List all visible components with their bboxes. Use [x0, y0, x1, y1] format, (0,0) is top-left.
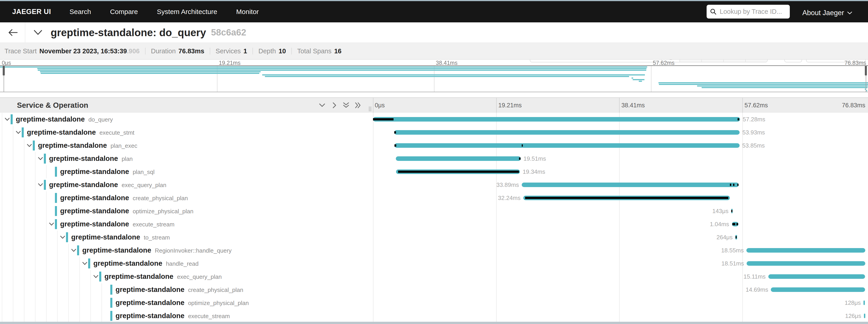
- span-duration-label: 19.51ms: [524, 152, 546, 165]
- indent-guide: [35, 191, 35, 204]
- back-button[interactable]: [8, 22, 18, 42]
- minimap-left-scrubber-handle[interactable]: [3, 66, 5, 75]
- span-row[interactable]: greptime-standalonedo_query57.28ms: [0, 113, 868, 126]
- span-duration-bar[interactable]: [747, 261, 865, 266]
- span-duration-label: 128μs: [845, 296, 861, 309]
- indent-guide: [35, 283, 35, 296]
- span-children-toggle[interactable]: [38, 157, 43, 160]
- collapse-one-button[interactable]: [318, 102, 326, 109]
- nav-item-compare[interactable]: Compare: [101, 8, 147, 15]
- expand-one-button[interactable]: [331, 102, 338, 109]
- about-jaeger-menu[interactable]: About Jaeger: [802, 2, 852, 24]
- span-row[interactable]: greptime-standaloneexec_query_plan15.11m…: [0, 270, 868, 283]
- nav-item-system-architecture[interactable]: System Architecture: [147, 8, 227, 15]
- span-row[interactable]: greptime-standaloneexecute_stream1.04ms: [0, 218, 868, 231]
- span-bar-area: 14.69ms: [373, 283, 865, 296]
- span-log-marker[interactable]: [737, 184, 739, 186]
- span-children-toggle[interactable]: [82, 262, 88, 265]
- span-log-marker[interactable]: [737, 223, 738, 225]
- summary-label: Depth: [258, 47, 276, 55]
- minimap-gridline: [651, 66, 651, 92]
- span-row[interactable]: greptime-standaloneto_stream264μs: [0, 231, 868, 244]
- span-name: greptime-standaloneexec_query_plan: [104, 270, 222, 283]
- span-duration-bar[interactable]: [746, 248, 865, 253]
- span-bar-area: 32.24ms: [373, 191, 865, 204]
- span-log-marker[interactable]: [730, 184, 731, 186]
- span-children-toggle[interactable]: [93, 275, 98, 278]
- span-name: greptime-standaloneexecute_stmt: [27, 126, 134, 139]
- indent-guide: [24, 244, 24, 257]
- span-log-marker[interactable]: [395, 144, 396, 147]
- span-duration-bar[interactable]: [373, 117, 740, 122]
- collapse-all-button[interactable]: [342, 102, 350, 109]
- span-row[interactable]: greptime-standalonehandle_read18.51ms: [0, 257, 868, 270]
- nav-item-search[interactable]: Search: [60, 8, 101, 15]
- horizontal-scrollbar[interactable]: [0, 322, 868, 324]
- indent-guide: [35, 218, 35, 231]
- span-children-toggle[interactable]: [38, 183, 43, 187]
- span-children-toggle[interactable]: [27, 144, 32, 147]
- span-log-marker[interactable]: [394, 131, 396, 133]
- service-color-accent: [33, 140, 35, 151]
- service-name-label: greptime-standalone: [93, 259, 162, 267]
- span-duration-bar[interactable]: [394, 130, 740, 135]
- span-row[interactable]: greptime-standaloneoptimize_physical_pla…: [0, 204, 868, 218]
- span-duration-bar[interactable]: [864, 314, 865, 318]
- indent-guide: [13, 139, 13, 152]
- nav-item-monitor[interactable]: Monitor: [227, 8, 268, 15]
- span-log-marker[interactable]: [733, 223, 735, 225]
- span-log-marker[interactable]: [522, 144, 523, 147]
- span-duration-label: 33.89ms: [496, 178, 519, 191]
- span-children-toggle[interactable]: [49, 222, 54, 226]
- span-log-marker[interactable]: [398, 170, 519, 173]
- span-children-toggle[interactable]: [71, 249, 76, 252]
- span-row[interactable]: greptime-standaloneexec_query_plan33.89m…: [0, 178, 868, 191]
- span-log-marker[interactable]: [731, 210, 733, 212]
- trace-collapse-toggle[interactable]: [33, 22, 42, 42]
- trace-minimap[interactable]: [0, 65, 868, 92]
- span-log-marker[interactable]: [525, 197, 728, 199]
- span-duration-bar[interactable]: [395, 143, 740, 148]
- summary-divider: [252, 48, 253, 55]
- span-row[interactable]: greptime-standaloneplan19.51ms: [0, 152, 868, 165]
- trace-id-lookup-input[interactable]: [719, 8, 786, 15]
- span-duration-bar[interactable]: [864, 300, 865, 305]
- span-row[interactable]: greptime-standaloneoptimize_physical_pla…: [0, 296, 868, 309]
- span-duration-bar[interactable]: [768, 274, 865, 279]
- minimap-span-bar: [658, 82, 868, 84]
- app-logo[interactable]: JAEGER UI: [12, 8, 51, 16]
- indent-guide: [24, 257, 24, 270]
- span-log-marker[interactable]: [736, 236, 737, 238]
- span-duration-bar[interactable]: [522, 183, 739, 187]
- span-row[interactable]: greptime-standaloneplan_exec53.85ms: [0, 139, 868, 152]
- column-resizer-grip[interactable]: [369, 106, 372, 111]
- minimap-right-scrubber-handle[interactable]: [865, 66, 867, 75]
- span-children-toggle[interactable]: [60, 235, 65, 239]
- summary-value: 10: [279, 47, 286, 55]
- span-row[interactable]: greptime-standalonecreate_physical_plan1…: [0, 283, 868, 296]
- expand-all-button[interactable]: [354, 102, 362, 109]
- span-children-toggle[interactable]: [4, 118, 10, 121]
- span-log-marker[interactable]: [733, 184, 735, 186]
- span-log-marker[interactable]: [373, 118, 394, 121]
- span-children-toggle[interactable]: [16, 131, 21, 134]
- span-row[interactable]: greptime-standalonecreate_physical_plan3…: [0, 191, 868, 204]
- summary-label: Services: [216, 47, 241, 55]
- indent-guide: [90, 283, 91, 296]
- span-name: greptime-standaloneexec_query_plan: [49, 178, 166, 191]
- indent-guide: [68, 257, 69, 270]
- span-duration-bar[interactable]: [771, 287, 865, 292]
- indent-guide: [13, 309, 13, 322]
- indent-guide: [2, 126, 2, 139]
- span-row[interactable]: greptime-standaloneplan_sql19.34ms: [0, 165, 868, 178]
- span-log-marker[interactable]: [738, 118, 739, 121]
- span-row[interactable]: greptime-standaloneexecute_stmt53.93ms: [0, 126, 868, 139]
- indent-guide: [46, 309, 46, 322]
- indent-guide: [13, 204, 13, 218]
- trace-summary-bar: Trace StartNovember 23 2023, 16:53:39.90…: [0, 43, 868, 60]
- span-row[interactable]: greptime-standaloneRegionInvoker::handle…: [0, 244, 868, 257]
- span-row[interactable]: greptime-standaloneexecute_stream126μs: [0, 309, 868, 322]
- trace-id-short: 58c6a62: [211, 27, 246, 37]
- span-log-marker[interactable]: [519, 158, 520, 160]
- span-duration-bar[interactable]: [396, 156, 521, 161]
